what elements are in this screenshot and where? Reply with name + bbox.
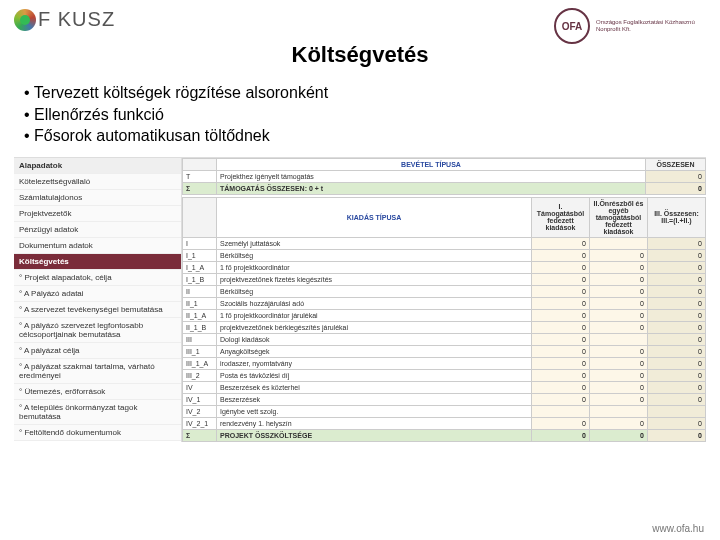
- expense-cell[interactable]: 0: [532, 357, 590, 369]
- sidebar-item[interactable]: ° Ütemezés, erőforrások: [14, 384, 181, 400]
- expense-cell-total: 0: [648, 297, 706, 309]
- expense-row-label: Beszerzések és közterhei: [217, 381, 532, 393]
- expense-cell[interactable]: 0: [590, 357, 648, 369]
- expense-cell-total: 0: [648, 429, 706, 441]
- sidebar-item[interactable]: ° Feltöltendő dokumentumok: [14, 425, 181, 441]
- expense-cell[interactable]: [532, 405, 590, 417]
- expense-cell[interactable]: 0: [590, 345, 648, 357]
- expense-row-label: irodaszer, nyomtatvány: [217, 357, 532, 369]
- bullet-item: Tervezett költségek rögzítése alsoronkén…: [24, 82, 706, 104]
- expense-cell[interactable]: 0: [590, 297, 648, 309]
- sidebar-item[interactable]: ° A Pályázó adatai: [14, 286, 181, 302]
- expense-cell-total: 0: [648, 321, 706, 333]
- sidebar-item[interactable]: ° Projekt alapadatok, célja: [14, 270, 181, 286]
- logo-right: OFA Országos Foglalkoztatási Közhasznú N…: [554, 8, 706, 44]
- income-table: BEVÉTEL TÍPUSAÖSSZESENTProjekthez igénye…: [182, 158, 706, 195]
- sidebar-item[interactable]: Számlatulajdonos: [14, 190, 181, 206]
- expense-cell[interactable]: 0: [532, 417, 590, 429]
- sidebar-item[interactable]: Költségvetés: [14, 254, 181, 270]
- expense-cell[interactable]: 0: [590, 273, 648, 285]
- expense-row-label: rendezvény 1. helyszín: [217, 417, 532, 429]
- app-screenshot: AlapadatokKötelezettségvállalóSzámlatula…: [14, 157, 706, 442]
- expense-cell[interactable]: 0: [532, 381, 590, 393]
- expense-cell-total: 0: [648, 345, 706, 357]
- expense-cell[interactable]: 0: [532, 249, 590, 261]
- sidebar-item[interactable]: ° A pályázat szakmai tartalma, várható e…: [14, 359, 181, 384]
- income-row-value[interactable]: 0: [646, 170, 706, 182]
- expense-cell-total: 0: [648, 261, 706, 273]
- expense-header-type: KIADÁS TÍPUSA: [217, 197, 532, 237]
- income-row-value[interactable]: 0: [646, 182, 706, 194]
- expense-cell[interactable]: 0: [532, 273, 590, 285]
- sidebar-item[interactable]: Dokumentum adatok: [14, 238, 181, 254]
- expense-cell-total: 0: [648, 393, 706, 405]
- sidebar-item[interactable]: ° A pályázat célja: [14, 343, 181, 359]
- sidebar: AlapadatokKötelezettségvállalóSzámlatula…: [14, 158, 182, 442]
- ofa-badge: OFA: [554, 8, 590, 44]
- expense-row-label: Szociális hozzájárulási adó: [217, 297, 532, 309]
- sidebar-item[interactable]: Projektvezetők: [14, 206, 181, 222]
- expense-row-label: Posta és távközlési díj: [217, 369, 532, 381]
- expense-cell[interactable]: 0: [590, 381, 648, 393]
- expense-row-label: Bérköltség: [217, 249, 532, 261]
- expense-cell-total: 0: [648, 381, 706, 393]
- sidebar-item[interactable]: ° A pályázó szervezet legfontosabb célcs…: [14, 318, 181, 343]
- expense-cell[interactable]: 0: [532, 393, 590, 405]
- expense-row-label: 1 fő projektkoordinátor: [217, 261, 532, 273]
- expense-cell[interactable]: [590, 237, 648, 249]
- expense-cell[interactable]: 0: [532, 333, 590, 345]
- expense-row-label: Beszerzések: [217, 393, 532, 405]
- expense-row-label: Személyi juttatások: [217, 237, 532, 249]
- expense-cell[interactable]: 0: [532, 345, 590, 357]
- expense-cell-total: 0: [648, 309, 706, 321]
- expense-cell[interactable]: 0: [532, 369, 590, 381]
- expense-cell[interactable]: 0: [532, 309, 590, 321]
- expense-cell[interactable]: 0: [590, 393, 648, 405]
- sidebar-item[interactable]: ° A szervezet tevékenységei bemutatása: [14, 302, 181, 318]
- expense-cell[interactable]: 0: [590, 309, 648, 321]
- expense-cell-total: 0: [648, 333, 706, 345]
- logo-left: F KUSZ: [14, 8, 115, 31]
- expense-cell[interactable]: 0: [590, 285, 648, 297]
- expense-cell[interactable]: 0: [590, 429, 648, 441]
- expense-cell[interactable]: 0: [532, 429, 590, 441]
- sidebar-item[interactable]: ° A település önkormányzat tagok bemutat…: [14, 400, 181, 425]
- expense-cell[interactable]: 0: [532, 285, 590, 297]
- income-header-total: ÖSSZESEN: [646, 158, 706, 170]
- expense-row-label: 1 fő projektkoordinátor járulékai: [217, 309, 532, 321]
- expense-row-label: Dologi kiadások: [217, 333, 532, 345]
- expense-cell-total: 0: [648, 369, 706, 381]
- sidebar-item[interactable]: Kötelezettségvállaló: [14, 174, 181, 190]
- expense-cell-total: 0: [648, 237, 706, 249]
- expense-row-label: Igénybe vett szolg.: [217, 405, 532, 417]
- expense-row-label: projektvezetőnek fizetés kiegészítés: [217, 273, 532, 285]
- expense-row-label: projektvezetőnek bérkiegészítés járuléka…: [217, 321, 532, 333]
- expense-cell[interactable]: 0: [590, 249, 648, 261]
- sidebar-item[interactable]: Pénzügyi adatok: [14, 222, 181, 238]
- expense-row-label: PROJEKT ÖSSZKÖLTSÉGE: [217, 429, 532, 441]
- bullet-item: Fősorok automatikusan töltődnek: [24, 125, 706, 147]
- expense-cell[interactable]: 0: [532, 261, 590, 273]
- expense-cell[interactable]: 0: [590, 321, 648, 333]
- expense-cell-total: [648, 405, 706, 417]
- expense-cell-total: 0: [648, 273, 706, 285]
- footer-url: www.ofa.hu: [652, 523, 704, 534]
- page-title: Költségvetés: [14, 42, 706, 68]
- expense-cell[interactable]: 0: [532, 237, 590, 249]
- expense-cell[interactable]: [590, 333, 648, 345]
- expense-cell[interactable]: 0: [532, 297, 590, 309]
- expense-cell[interactable]: 0: [590, 369, 648, 381]
- expense-cell-total: 0: [648, 285, 706, 297]
- main-panel: BEVÉTEL TÍPUSAÖSSZESENTProjekthez igénye…: [182, 158, 706, 442]
- expense-cell[interactable]: [590, 405, 648, 417]
- income-row-label: TÁMOGATÁS ÖSSZESEN: 0 + t: [217, 182, 646, 194]
- sidebar-item[interactable]: Alapadatok: [14, 158, 181, 174]
- income-header-type: BEVÉTEL TÍPUSA: [217, 158, 646, 170]
- expense-cell-total: 0: [648, 357, 706, 369]
- expense-cell-total: 0: [648, 417, 706, 429]
- expense-cell-total: 0: [648, 249, 706, 261]
- expense-cell[interactable]: 0: [590, 417, 648, 429]
- expense-cell[interactable]: 0: [590, 261, 648, 273]
- expense-cell[interactable]: 0: [532, 321, 590, 333]
- expense-row-label: Anyagköltségek: [217, 345, 532, 357]
